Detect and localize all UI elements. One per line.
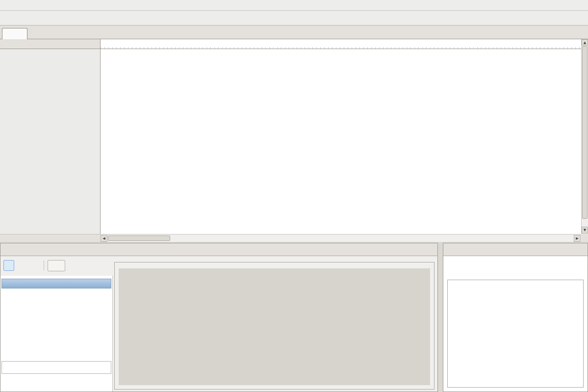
analysis-strip-icons [406, 246, 434, 252]
minimize-icon[interactable] [564, 28, 571, 35]
analysis-column [0, 276, 113, 392]
back-button[interactable] [29, 260, 40, 271]
up-arrow-icon [30, 261, 38, 269]
session-tab[interactable] [2, 28, 27, 40]
scroll-left-icon[interactable]: ◀ [101, 235, 107, 242]
guided-list-icon [5, 261, 13, 269]
maximize-icon[interactable] [576, 28, 582, 35]
nvvp-window: ▲ ▼ ◀ ▶ [0, 0, 588, 392]
examine-gpu-usage-button[interactable] [1, 361, 111, 374]
pdf-icon [52, 262, 58, 269]
vertical-scroll-thumb[interactable] [582, 46, 588, 219]
properties-tab-strip [443, 243, 588, 256]
results-group [114, 262, 435, 390]
scroll-up-icon[interactable]: ▲ [582, 39, 588, 46]
unguided-list-icon [17, 261, 25, 269]
scroll-down-icon[interactable]: ▼ [582, 227, 588, 234]
minimize-icon[interactable] [416, 246, 423, 252]
timeline-rows[interactable] [101, 49, 581, 234]
ruler-minor-ticks [101, 47, 581, 49]
scroll-right-icon[interactable]: ▶ [574, 235, 581, 242]
hscroll-filler [0, 234, 101, 242]
scrollbar-corner [581, 234, 588, 242]
editor-window-buttons [564, 28, 582, 35]
timeline-tree [0, 49, 101, 234]
gpu-usage-icon [52, 365, 58, 371]
guided-analysis-toggle[interactable] [3, 260, 14, 271]
session-icon [6, 31, 12, 37]
minimize-icon[interactable] [566, 246, 573, 252]
maximize-icon[interactable] [427, 246, 434, 252]
analysis-stage-header [1, 279, 111, 288]
main-toolbar [0, 11, 588, 26]
vertical-scrollbar[interactable]: ▲ ▼ [581, 39, 588, 234]
unguided-analysis-toggle[interactable] [16, 260, 26, 271]
timeline-corner [0, 39, 101, 49]
close-session-tab-icon[interactable] [17, 31, 24, 37]
menu-bar [0, 0, 588, 11]
horizontal-scroll-thumb[interactable] [108, 235, 170, 241]
properties-empty-box [447, 280, 584, 388]
timeline-ruler[interactable] [101, 39, 581, 49]
analysis-tab-strip [0, 243, 437, 256]
properties-panel [443, 243, 588, 392]
maximize-icon[interactable] [577, 246, 584, 252]
analysis-panel [0, 243, 438, 392]
view-menu-icon[interactable] [406, 246, 412, 252]
properties-strip-icons [566, 246, 584, 252]
properties-body [443, 256, 588, 392]
export-pdf-button[interactable] [48, 260, 65, 271]
editor-tab-strip [0, 26, 588, 39]
results-area [119, 268, 430, 385]
horizontal-scrollbar[interactable]: ◀ ▶ [101, 234, 581, 242]
analysis-body [0, 256, 437, 392]
toolbar-separator [44, 261, 44, 270]
